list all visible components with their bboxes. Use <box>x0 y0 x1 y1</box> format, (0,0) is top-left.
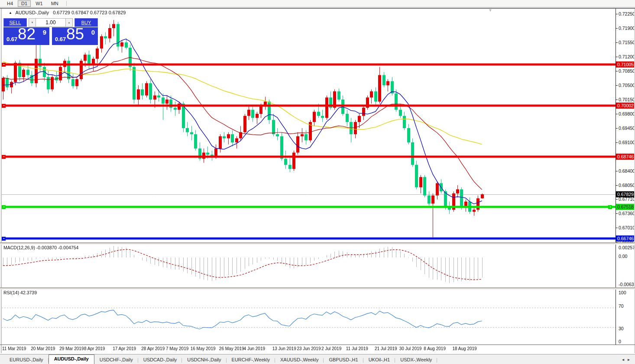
price-tick-label: 0.69100 <box>619 140 635 145</box>
one-click-trade-panel: SELL ▼ 1.00 ▲ BUY 0.67 82 9 0.67 85 0 <box>3 18 98 45</box>
tab-scroll-right-icon[interactable]: ▸ <box>626 357 632 362</box>
date-axis-label: 23 Jun 2019 <box>297 346 321 351</box>
buy-price-pip: 0 <box>91 29 95 36</box>
timeframe-button-d1[interactable]: D1 <box>18 0 31 7</box>
rsi-scale-label: 0 <box>619 339 621 345</box>
chart-tab-audusd-daily[interactable]: AUDUSD-,Daily <box>49 354 94 364</box>
date-axis-label: 4 Jun 2019 <box>244 346 266 351</box>
chart-ohlc-values: 0.67729 0.67847 0.67723 0.67829 <box>53 10 126 15</box>
chart-tab-eurusd-daily[interactable]: EURUSD-,Daily <box>4 355 49 364</box>
level-price-label: 0.70002 <box>616 103 635 109</box>
chart-tab-eurchf-weekly[interactable]: EURCHF-,Weekly <box>227 355 275 364</box>
timeframe-toolbar[interactable]: H4D1W1MN <box>0 0 635 7</box>
sell-price-pip: 9 <box>43 29 46 36</box>
buy-price-main: 85 <box>66 25 84 43</box>
chart-symbol-label: AUDUSD-,Daily <box>15 10 49 15</box>
date-axis-label: 16 May 2019 <box>191 346 216 351</box>
price-tick-label: 0.71200 <box>619 54 635 60</box>
timeframe-button-w1[interactable]: W1 <box>32 0 46 7</box>
sell-price-main: 82 <box>18 25 36 43</box>
rsi-scale-label: 70 <box>619 303 624 309</box>
rsi-indicator-label: RSI(14) 42.3739 <box>3 290 37 295</box>
macd-scale-label: 0.00 <box>619 254 627 259</box>
date-axis-label: 30 Jul 2019 <box>399 346 422 351</box>
price-tick-label: 0.67360 <box>619 211 635 216</box>
rsi-pane-splitter[interactable] <box>0 287 635 290</box>
sell-price-box[interactable]: 0.67 82 9 <box>3 27 49 45</box>
date-axis-label: 11 Mar 2019 <box>2 346 26 351</box>
date-axis-label: 8 Apr 2019 <box>84 346 105 351</box>
macd-scale-label: 0.002574 <box>619 245 635 251</box>
chart-tab-usdcad-daily[interactable]: USDCAD-,Daily <box>138 355 182 364</box>
rsi-scale-label: 100 <box>619 290 626 296</box>
chart-tab-bar: EURUSD-,DailyAUDUSD-,DailyUSDCHF-,DailyU… <box>0 354 635 364</box>
buy-price-box[interactable]: 0.67 85 0 <box>52 27 98 45</box>
date-axis-label: 13 Jun 2019 <box>272 346 296 351</box>
price-tick-label: 0.69450 <box>619 126 635 131</box>
date-axis-label: 29 Mar 2019 <box>59 346 84 351</box>
date-axis-label: 18 Aug 2019 <box>453 346 477 351</box>
level-price-label: 0.68746 <box>616 154 635 160</box>
date-axis-label: 17 Apr 2019 <box>113 346 136 351</box>
price-tick-label: 0.70500 <box>619 83 635 88</box>
price-tick-label: 0.67010 <box>619 225 635 231</box>
tab-scroll-left-icon[interactable]: ◂ <box>620 357 626 362</box>
chart-tab-ukoil-h1[interactable]: UKOil-,H1 <box>363 355 395 364</box>
price-tick-label: 0.69800 <box>619 111 635 117</box>
rsi-scale-label: 30 <box>619 326 624 332</box>
date-axis-label: 28 Apr 2019 <box>141 346 165 351</box>
date-axis-label: 20 Mar 2019 <box>31 346 55 351</box>
volume-input[interactable]: 1.00 <box>36 18 65 27</box>
window-top-border <box>0 8 635 9</box>
price-tick-label: 0.68050 <box>619 183 635 188</box>
price-tick-label: 0.71550 <box>619 40 635 45</box>
price-scale[interactable]: 0.722500.719000.715500.712000.708500.705… <box>616 9 635 345</box>
chart-tab-usdchf-daily[interactable]: USDCHF-,Daily <box>94 355 138 364</box>
date-axis-label: 7 May 2019 <box>166 346 188 351</box>
date-axis-label: 26 May 2019 <box>219 346 244 351</box>
macd-indicator-label: MACD(12,26,9) -0.003870 -0.004754 <box>3 245 78 250</box>
chart-tab-usdcnh-daily[interactable]: USDCNH-,Daily <box>182 355 226 364</box>
timeframe-button-mn[interactable]: MN <box>48 0 62 7</box>
timeframe-button-h4[interactable]: H4 <box>3 0 16 7</box>
price-chart-canvas[interactable] <box>0 0 635 364</box>
level-price-label: 0.67518 <box>616 204 635 210</box>
chart-tab-usdx-weekly[interactable]: USDX-,Weekly <box>395 355 437 364</box>
date-axis-label: 2 Jul 2019 <box>321 346 341 351</box>
price-tick-label: 0.72250 <box>619 11 635 17</box>
level-price-label: 0.66746 <box>616 235 635 242</box>
chart-tab-xauusd-weekly[interactable]: XAUUSD-,Weekly <box>275 355 324 364</box>
date-axis-label: 21 Jul 2019 <box>375 346 397 351</box>
price-tick-label: 0.70850 <box>619 68 635 74</box>
window-left-border <box>0 9 2 353</box>
macd-pane-splitter[interactable] <box>0 242 635 245</box>
date-axis-label: 8 Aug 2019 <box>424 346 446 351</box>
sell-price-prefix: 0.67 <box>6 36 17 42</box>
current-price-label: 0.67829 <box>616 191 635 197</box>
buy-price-prefix: 0.67 <box>55 36 66 42</box>
toolbar-separator <box>66 1 67 6</box>
macd-scale-label: -0.006326 <box>619 282 635 287</box>
price-tick-label: 0.68400 <box>619 168 635 174</box>
chart-collapse-triangle-icon[interactable]: ▲ <box>9 11 12 15</box>
date-axis-label: 11 Jul 2019 <box>346 346 368 351</box>
chart-tab-gbpusd-h1[interactable]: GBPUSD-,H1 <box>324 355 363 364</box>
date-axis-border <box>0 345 635 345</box>
level-price-label: 0.71005 <box>616 61 635 68</box>
price-tick-label: 0.71900 <box>619 26 635 31</box>
chart-title: ▲ AUDUSD-,Daily 0.67729 0.67847 0.67723 … <box>9 10 126 15</box>
price-tick-label: 0.70150 <box>619 97 635 103</box>
